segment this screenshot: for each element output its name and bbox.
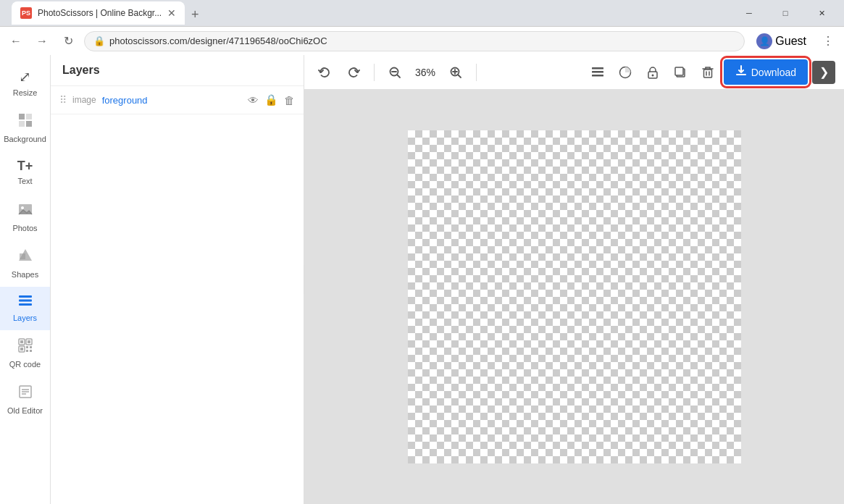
zoom-in-button[interactable] <box>444 61 467 84</box>
canvas-image <box>408 130 741 463</box>
sidebar-item-oldeditor[interactable]: Old Editor <box>0 377 50 423</box>
layer-drag-handle[interactable]: ⠿ <box>59 94 67 106</box>
canvas-area <box>304 90 844 504</box>
download-button[interactable]: Download <box>724 59 808 85</box>
layer-visibility-button[interactable]: 👁 <box>248 94 259 106</box>
new-tab-button[interactable]: + <box>185 4 205 25</box>
sidebar-text-label: Text <box>17 177 32 186</box>
svg-rect-39 <box>675 67 683 75</box>
svg-rect-8 <box>19 295 32 298</box>
sidebar-shapes-label: Shapes <box>12 270 38 280</box>
layer-lock-button[interactable]: 🔒 <box>264 93 278 106</box>
active-tab[interactable]: PS PhotoScissors | Online Backgr... ✕ <box>12 1 185 25</box>
svg-rect-16 <box>20 348 23 350</box>
svg-rect-1 <box>26 114 32 119</box>
svg-line-29 <box>459 75 461 77</box>
svg-point-5 <box>21 206 24 209</box>
zoom-level-display: 36% <box>412 67 438 78</box>
download-label: Download <box>751 67 796 78</box>
sidebar-layers-label: Layers <box>13 314 37 323</box>
qrcode-icon <box>17 337 33 357</box>
svg-rect-20 <box>30 350 32 352</box>
sidebar-resize-label: Resize <box>13 88 38 98</box>
svg-rect-18 <box>30 346 32 348</box>
svg-rect-33 <box>592 71 603 73</box>
window-close-button[interactable]: ✕ <box>805 0 838 26</box>
toolbar-right: Download ❯ <box>586 59 835 85</box>
address-bar: ← → ↻ 🔒 photoscissors.com/designer/47119… <box>0 26 844 55</box>
toolbar: 36% <box>304 55 844 90</box>
text-icon: T+ <box>17 159 33 174</box>
browser-chrome: PS PhotoScissors | Online Backgr... ✕ + … <box>0 0 844 55</box>
sidebar-photos-label: Photos <box>12 224 37 233</box>
layer-item-foreground[interactable]: ⠿ image foreground 👁 🔒 🗑 <box>51 86 304 114</box>
svg-rect-17 <box>26 346 28 348</box>
transparency-grid <box>408 130 741 463</box>
svg-rect-10 <box>19 303 32 306</box>
sidebar-item-layers[interactable]: Layers <box>0 287 50 330</box>
layers-tool-button[interactable] <box>586 61 609 84</box>
sidebar-item-resize[interactable]: ⤢ Resize <box>0 61 50 105</box>
address-input[interactable]: 🔒 photoscissors.com/designer/471196548/o… <box>84 31 745 51</box>
sidebar-item-shapes[interactable]: Shapes <box>0 240 50 287</box>
sidebar-qrcode-label: QR code <box>9 360 41 369</box>
refresh-button[interactable]: ↻ <box>58 31 78 51</box>
shapes-icon <box>17 248 33 267</box>
layers-panel-title: Layers <box>62 64 100 76</box>
oldeditor-icon <box>17 384 33 403</box>
svg-rect-14 <box>28 340 30 343</box>
svg-rect-9 <box>19 299 32 301</box>
svg-line-26 <box>398 75 401 77</box>
profile-button[interactable]: 👤 Guest <box>751 32 812 51</box>
background-remove-button[interactable] <box>614 61 637 84</box>
window-restore-button[interactable]: □ <box>769 0 802 26</box>
app: ⤢ Resize Background T+ Text Photos Shape… <box>0 55 844 504</box>
lock-tool-button[interactable] <box>641 61 664 84</box>
sidebar-background-label: Background <box>4 135 46 144</box>
profile-avatar-icon: 👤 <box>756 33 772 49</box>
undo-button[interactable] <box>313 61 336 84</box>
svg-rect-34 <box>592 75 603 77</box>
title-bar: PS PhotoScissors | Online Backgr... ✕ + … <box>0 0 844 26</box>
layer-actions: 👁 🔒 🗑 <box>248 93 295 106</box>
svg-rect-12 <box>20 340 23 343</box>
layers-panel: Layers ⠿ image foreground 👁 🔒 🗑 ❮ <box>51 55 304 504</box>
tab-favicon: PS <box>20 7 32 19</box>
back-button[interactable]: ← <box>6 31 26 51</box>
zoom-out-button[interactable] <box>383 61 406 84</box>
browser-menu-button[interactable]: ⋮ <box>818 31 838 51</box>
svg-point-37 <box>651 74 653 76</box>
sidebar-item-photos[interactable]: Photos <box>0 194 50 240</box>
extra-options-button[interactable]: ❯ <box>812 61 835 84</box>
svg-rect-7 <box>20 253 25 259</box>
toolbar-separator-2 <box>476 64 477 81</box>
canvas-container <box>408 130 741 463</box>
svg-rect-3 <box>26 121 32 127</box>
svg-rect-0 <box>19 114 25 119</box>
layer-name-label[interactable]: foreground <box>102 95 242 106</box>
sidebar-item-background[interactable]: Background <box>0 105 50 151</box>
duplicate-button[interactable] <box>669 61 692 84</box>
layer-delete-button[interactable]: 🗑 <box>284 94 295 106</box>
svg-rect-19 <box>26 350 28 352</box>
tab-close-button[interactable]: ✕ <box>167 7 176 19</box>
layer-type-label: image <box>72 95 96 105</box>
sidebar-icons: ⤢ Resize Background T+ Text Photos Shape… <box>0 55 51 504</box>
resize-icon: ⤢ <box>19 68 31 85</box>
layers-icon <box>17 294 33 311</box>
svg-rect-32 <box>592 67 603 70</box>
sidebar-item-qrcode[interactable]: QR code <box>0 330 50 377</box>
svg-rect-2 <box>19 121 25 127</box>
url-text: photoscissors.com/designer/471196548/ooC… <box>109 35 327 46</box>
tab-bar: PS PhotoScissors | Online Backgr... ✕ + <box>6 1 211 25</box>
download-icon <box>735 65 747 79</box>
sidebar-oldeditor-label: Old Editor <box>7 406 43 416</box>
main-area: 36% <box>304 55 844 504</box>
delete-layer-button[interactable] <box>696 61 719 84</box>
forward-button[interactable]: → <box>32 31 52 51</box>
security-lock-icon: 🔒 <box>93 35 105 46</box>
window-minimize-button[interactable]: ─ <box>732 0 766 26</box>
sidebar-item-text[interactable]: T+ Text <box>0 151 50 193</box>
redo-button[interactable] <box>342 61 365 84</box>
window-controls: ─ □ ✕ <box>732 0 838 26</box>
